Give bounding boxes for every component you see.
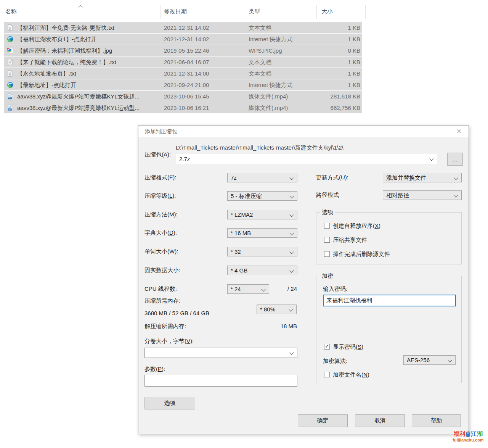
archive-name-combobox[interactable]: 2.7z xyxy=(176,154,437,164)
dictionary-label: 字典大小(D): xyxy=(144,229,177,237)
file-type: 媒体文件(.mp4) xyxy=(249,91,317,102)
column-divider[interactable] xyxy=(365,5,366,19)
file-row[interactable]: 【永久地址发布页】.txt 2021-12-31 14:00 文本文档 1 KB xyxy=(4,68,362,79)
volume-size-label: 分卷大小，字节(V): xyxy=(144,338,194,345)
watermark-text-jiang: 江 xyxy=(471,430,477,438)
volume-size-combobox[interactable] xyxy=(144,348,297,358)
password-input[interactable] xyxy=(323,295,456,306)
file-date: 2021-09-24 21:00 xyxy=(164,79,240,90)
options-button[interactable]: 选项 xyxy=(144,397,195,409)
column-header-size[interactable]: 大小 xyxy=(321,8,333,15)
file-row[interactable]: 【最新地址】-点此打开 2021-09-24 21:00 Internet 快捷… xyxy=(4,79,362,90)
ok-button[interactable]: 确定 xyxy=(298,414,348,427)
column-header-type[interactable]: 类型 xyxy=(249,8,260,15)
file-type: 文本文档 xyxy=(249,22,317,33)
encryption-method-label: 加密算法: xyxy=(323,358,347,365)
svg-text:MP4: MP4 xyxy=(8,109,11,110)
memory-compress-value: 3680 MB / 52 GB / 64 GB xyxy=(144,310,209,316)
watermark-text-hu: 湖 xyxy=(477,430,483,438)
file-date: 2021-12-31 14:02 xyxy=(164,22,240,33)
file-size: 1 KB xyxy=(313,56,360,68)
svg-text:MP4: MP4 xyxy=(8,97,11,99)
watermark-text-left: 福利 xyxy=(454,430,465,438)
close-icon[interactable]: ✕ xyxy=(454,127,464,136)
file-rows: 【福利江湖】全免费-无套路-更新快.txt 2021-12-31 14:02 文… xyxy=(4,22,362,114)
column-divider[interactable] xyxy=(246,5,246,19)
file-row[interactable]: MP4 aavv38.xyz@最新火爆P站可爱嫩模KYL女孩超... 2023-… xyxy=(4,91,362,102)
path-mode-combobox[interactable]: 相对路径 xyxy=(383,190,462,200)
memory-compress-label: 压缩所需内存: xyxy=(144,297,180,305)
file-name: aavv38.xyz@最新火爆P站可爱嫩模KYL女孩超... xyxy=(17,91,158,102)
file-size: 662,756 KB xyxy=(313,102,360,113)
column-header-name[interactable]: 名称 xyxy=(5,8,17,15)
file-name: aavv38.xyz@最新火爆P站漂亮嫩模KYL运动型... xyxy=(17,102,158,113)
file-type: Internet 快捷方式 xyxy=(249,79,317,90)
update-mode-combobox[interactable]: 添加并替换文件 xyxy=(383,173,462,182)
file-row[interactable]: 【福利江湖发布页1】-点此打开 2021-12-31 14:02 Interne… xyxy=(4,34,362,45)
word-size-combobox[interactable]: * 32 xyxy=(227,247,297,256)
file-row[interactable]: 【解压密码：来福利江湖找福利】.jpg 2019-05-15 22:46 WPS… xyxy=(4,45,362,56)
column-divider[interactable] xyxy=(160,5,161,19)
solid-block-combobox[interactable]: * 4 GB xyxy=(227,266,297,275)
file-type: WPS.PIC.jpg xyxy=(249,45,317,56)
file-size: 1 KB xyxy=(313,22,360,33)
update-mode-label: 更新方式(U): xyxy=(316,174,348,181)
path-mode-label: 路径模式 xyxy=(316,192,339,199)
checkbox-label: 创建自释放程序(X) xyxy=(333,222,380,230)
solid-block-label: 固实数据大小: xyxy=(144,267,180,274)
browse-button[interactable]: ... xyxy=(447,153,463,166)
dictionary-combobox[interactable]: * 16 MB xyxy=(227,228,297,238)
file-row[interactable]: 【来了就能下载的论坛，纯免费！】.txt 2021-06-04 16:07 文本… xyxy=(4,56,362,68)
file-size: 1 KB xyxy=(313,68,360,79)
cancel-button[interactable]: 取消 xyxy=(355,414,405,427)
parameters-label: 参数(P): xyxy=(144,366,165,373)
format-combobox[interactable]: 7z xyxy=(227,173,297,182)
parameters-input[interactable] xyxy=(144,375,297,387)
watermark-domain: fulijianghu.com xyxy=(449,438,487,442)
checkbox-icon xyxy=(324,344,330,350)
column-header-date[interactable]: 修改日期 xyxy=(164,8,187,15)
archive-label: 压缩包(A): xyxy=(144,151,171,158)
checkbox-label: 操作完成后删除源文件 xyxy=(333,251,390,258)
file-size: 0 KB xyxy=(313,45,360,56)
memory-percent-combobox[interactable]: * 80% xyxy=(257,305,297,314)
text-file-icon xyxy=(7,24,13,31)
panel-top-border xyxy=(0,4,488,4)
file-name: 【来了就能下载的论坛，纯免费！】.txt xyxy=(17,56,158,68)
options-group-title: 选项 xyxy=(320,209,335,216)
checkbox-icon xyxy=(324,372,330,377)
checkbox-icon xyxy=(324,237,330,243)
file-size: 1 KB xyxy=(313,34,360,45)
checkbox-icon xyxy=(324,223,330,229)
dialog-titlebar: 添加到压缩包 ✕ xyxy=(138,126,469,137)
file-date: 2023-10-06 16:21 xyxy=(164,102,240,113)
checkbox-label: 压缩共享文件 xyxy=(333,237,367,244)
checkbox-icon xyxy=(324,251,330,257)
encryption-method-combobox[interactable]: AES-256 xyxy=(403,355,456,365)
file-row[interactable]: 【福利江湖】全免费-无套路-更新快.txt 2021-12-31 14:02 文… xyxy=(4,22,362,33)
encryption-group: 加密 输入密码: 显示密码(S) 加密算法: AES-256 加密文件名(N) xyxy=(316,276,462,383)
file-size: 281,618 KB xyxy=(313,91,360,102)
cpu-threads-label: CPU 线程数: xyxy=(144,285,177,293)
checkbox-label: 加密文件名(N) xyxy=(333,371,369,379)
file-type: Internet 快捷方式 xyxy=(249,34,317,45)
file-row[interactable]: MP4 aavv38.xyz@最新火爆P站漂亮嫩模KYL运动型... 2023-… xyxy=(4,102,362,113)
file-date: 2021-06-04 16:07 xyxy=(164,56,240,68)
column-divider[interactable] xyxy=(316,5,317,19)
format-label: 压缩格式(F): xyxy=(144,174,176,181)
options-group: 选项 创建自释放程序(X) 压缩共享文件 操作完成后删除源文件 xyxy=(316,212,462,264)
file-type: 文本文档 xyxy=(249,68,317,79)
file-name: 【福利江湖发布页1】-点此打开 xyxy=(17,34,158,45)
add-to-archive-dialog: 添加到压缩包 ✕ 压缩包(A): D:\Tmall_Tickets-master… xyxy=(138,125,469,434)
archive-path: D:\Tmall_Tickets-master\Tmall_Tickets-ma… xyxy=(176,144,344,151)
help-button[interactable]: 帮助 xyxy=(412,414,461,427)
password-label: 输入密码: xyxy=(323,285,347,293)
dialog-title: 添加到压缩包 xyxy=(145,128,177,135)
cpu-threads-combobox[interactable]: * 24 xyxy=(227,284,269,294)
method-combobox[interactable]: * LZMA2 xyxy=(227,210,297,219)
mp4-file-icon: MP4 xyxy=(7,105,13,111)
file-name: 【福利江湖】全免费-无套路-更新快.txt xyxy=(17,22,158,33)
level-combobox[interactable]: 5 - 标准压缩 xyxy=(227,191,297,201)
text-file-icon xyxy=(7,70,13,77)
memory-decompress-label: 解压缩所需内存: xyxy=(144,323,186,330)
